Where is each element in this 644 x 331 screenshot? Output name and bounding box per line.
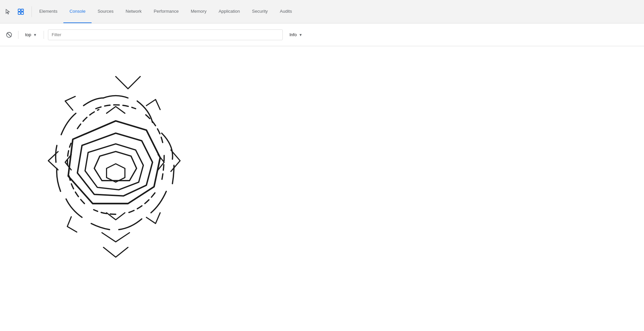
svg-rect-3 (21, 12, 23, 14)
filter-input[interactable] (48, 29, 283, 40)
toolbar-icons (3, 6, 32, 17)
toolbar-divider-1 (18, 31, 18, 39)
tab-security[interactable]: Security (246, 0, 274, 23)
tab-performance[interactable]: Performance (148, 0, 184, 23)
svg-rect-1 (21, 9, 23, 11)
devtools-navbar: Elements Console Sources Network Perform… (0, 0, 644, 23)
context-selector[interactable]: top ▼ (22, 31, 40, 39)
svg-marker-8 (85, 144, 144, 190)
tab-sources[interactable]: Sources (92, 0, 120, 23)
mandala-graphic (27, 66, 205, 269)
clear-console-button[interactable] (4, 30, 14, 40)
tab-application[interactable]: Application (213, 0, 246, 23)
svg-rect-2 (18, 12, 20, 14)
svg-marker-9 (94, 151, 137, 181)
tab-network[interactable]: Network (120, 0, 148, 23)
inspect-icon[interactable] (15, 6, 26, 17)
tab-console[interactable]: Console (63, 0, 92, 23)
tab-memory[interactable]: Memory (185, 0, 213, 23)
tab-audits[interactable]: Audits (274, 0, 298, 23)
console-content (0, 46, 644, 330)
svg-marker-10 (107, 164, 125, 182)
console-toolbar: top ▼ Info ▼ (0, 23, 644, 46)
cursor-icon[interactable] (3, 6, 13, 17)
main-tabs: Elements Console Sources Network Perform… (33, 0, 298, 23)
svg-line-5 (7, 33, 11, 37)
level-selector[interactable]: Info ▼ (287, 31, 305, 39)
toolbar-divider-2 (44, 31, 44, 39)
tab-elements[interactable]: Elements (33, 0, 63, 23)
svg-rect-0 (18, 9, 20, 11)
